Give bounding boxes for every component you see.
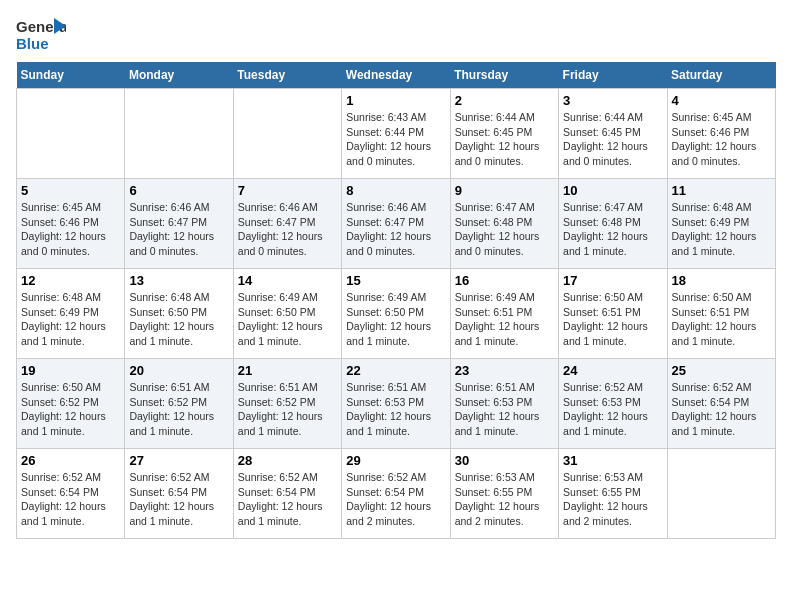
day-info: Sunrise: 6:52 AMSunset: 6:54 PMDaylight:… xyxy=(238,470,337,529)
calendar-cell xyxy=(17,89,125,179)
calendar-cell: 30Sunrise: 6:53 AMSunset: 6:55 PMDayligh… xyxy=(450,449,558,539)
day-info: Sunrise: 6:51 AMSunset: 6:52 PMDaylight:… xyxy=(238,380,337,439)
calendar-cell: 2Sunrise: 6:44 AMSunset: 6:45 PMDaylight… xyxy=(450,89,558,179)
day-info: Sunrise: 6:52 AMSunset: 6:53 PMDaylight:… xyxy=(563,380,662,439)
day-info: Sunrise: 6:50 AMSunset: 6:51 PMDaylight:… xyxy=(672,290,771,349)
day-info: Sunrise: 6:46 AMSunset: 6:47 PMDaylight:… xyxy=(238,200,337,259)
day-number: 13 xyxy=(129,273,228,288)
header-monday: Monday xyxy=(125,62,233,89)
calendar-cell: 7Sunrise: 6:46 AMSunset: 6:47 PMDaylight… xyxy=(233,179,341,269)
calendar-cell: 8Sunrise: 6:46 AMSunset: 6:47 PMDaylight… xyxy=(342,179,450,269)
day-info: Sunrise: 6:49 AMSunset: 6:50 PMDaylight:… xyxy=(238,290,337,349)
calendar-cell: 16Sunrise: 6:49 AMSunset: 6:51 PMDayligh… xyxy=(450,269,558,359)
calendar-cell: 25Sunrise: 6:52 AMSunset: 6:54 PMDayligh… xyxy=(667,359,775,449)
calendar-cell: 24Sunrise: 6:52 AMSunset: 6:53 PMDayligh… xyxy=(559,359,667,449)
calendar-cell: 23Sunrise: 6:51 AMSunset: 6:53 PMDayligh… xyxy=(450,359,558,449)
calendar-cell xyxy=(233,89,341,179)
day-number: 31 xyxy=(563,453,662,468)
calendar-cell xyxy=(125,89,233,179)
day-info: Sunrise: 6:51 AMSunset: 6:53 PMDaylight:… xyxy=(346,380,445,439)
day-info: Sunrise: 6:50 AMSunset: 6:52 PMDaylight:… xyxy=(21,380,120,439)
day-number: 17 xyxy=(563,273,662,288)
day-info: Sunrise: 6:45 AMSunset: 6:46 PMDaylight:… xyxy=(21,200,120,259)
day-info: Sunrise: 6:46 AMSunset: 6:47 PMDaylight:… xyxy=(129,200,228,259)
day-number: 12 xyxy=(21,273,120,288)
day-number: 27 xyxy=(129,453,228,468)
day-number: 10 xyxy=(563,183,662,198)
day-info: Sunrise: 6:47 AMSunset: 6:48 PMDaylight:… xyxy=(563,200,662,259)
day-number: 30 xyxy=(455,453,554,468)
day-number: 7 xyxy=(238,183,337,198)
day-info: Sunrise: 6:44 AMSunset: 6:45 PMDaylight:… xyxy=(455,110,554,169)
calendar-week-4: 19Sunrise: 6:50 AMSunset: 6:52 PMDayligh… xyxy=(17,359,776,449)
calendar-week-2: 5Sunrise: 6:45 AMSunset: 6:46 PMDaylight… xyxy=(17,179,776,269)
header-tuesday: Tuesday xyxy=(233,62,341,89)
day-info: Sunrise: 6:46 AMSunset: 6:47 PMDaylight:… xyxy=(346,200,445,259)
day-number: 16 xyxy=(455,273,554,288)
calendar-cell: 13Sunrise: 6:48 AMSunset: 6:50 PMDayligh… xyxy=(125,269,233,359)
day-number: 26 xyxy=(21,453,120,468)
day-info: Sunrise: 6:48 AMSunset: 6:49 PMDaylight:… xyxy=(672,200,771,259)
calendar-cell: 17Sunrise: 6:50 AMSunset: 6:51 PMDayligh… xyxy=(559,269,667,359)
day-info: Sunrise: 6:50 AMSunset: 6:51 PMDaylight:… xyxy=(563,290,662,349)
calendar-cell: 12Sunrise: 6:48 AMSunset: 6:49 PMDayligh… xyxy=(17,269,125,359)
day-number: 4 xyxy=(672,93,771,108)
days-header-row: SundayMondayTuesdayWednesdayThursdayFrid… xyxy=(17,62,776,89)
day-info: Sunrise: 6:51 AMSunset: 6:53 PMDaylight:… xyxy=(455,380,554,439)
day-info: Sunrise: 6:52 AMSunset: 6:54 PMDaylight:… xyxy=(672,380,771,439)
calendar-cell: 20Sunrise: 6:51 AMSunset: 6:52 PMDayligh… xyxy=(125,359,233,449)
day-number: 23 xyxy=(455,363,554,378)
page-header: GeneralBlue xyxy=(16,16,776,52)
day-number: 29 xyxy=(346,453,445,468)
day-info: Sunrise: 6:43 AMSunset: 6:44 PMDaylight:… xyxy=(346,110,445,169)
day-number: 6 xyxy=(129,183,228,198)
calendar-week-5: 26Sunrise: 6:52 AMSunset: 6:54 PMDayligh… xyxy=(17,449,776,539)
calendar-cell: 21Sunrise: 6:51 AMSunset: 6:52 PMDayligh… xyxy=(233,359,341,449)
calendar-cell: 19Sunrise: 6:50 AMSunset: 6:52 PMDayligh… xyxy=(17,359,125,449)
calendar-cell: 6Sunrise: 6:46 AMSunset: 6:47 PMDaylight… xyxy=(125,179,233,269)
calendar-cell: 29Sunrise: 6:52 AMSunset: 6:54 PMDayligh… xyxy=(342,449,450,539)
calendar-cell: 10Sunrise: 6:47 AMSunset: 6:48 PMDayligh… xyxy=(559,179,667,269)
day-number: 18 xyxy=(672,273,771,288)
calendar-cell: 5Sunrise: 6:45 AMSunset: 6:46 PMDaylight… xyxy=(17,179,125,269)
calendar-cell: 11Sunrise: 6:48 AMSunset: 6:49 PMDayligh… xyxy=(667,179,775,269)
day-number: 11 xyxy=(672,183,771,198)
day-number: 2 xyxy=(455,93,554,108)
day-info: Sunrise: 6:53 AMSunset: 6:55 PMDaylight:… xyxy=(563,470,662,529)
calendar-week-3: 12Sunrise: 6:48 AMSunset: 6:49 PMDayligh… xyxy=(17,269,776,359)
day-number: 19 xyxy=(21,363,120,378)
day-number: 20 xyxy=(129,363,228,378)
header-thursday: Thursday xyxy=(450,62,558,89)
day-info: Sunrise: 6:52 AMSunset: 6:54 PMDaylight:… xyxy=(346,470,445,529)
day-info: Sunrise: 6:48 AMSunset: 6:49 PMDaylight:… xyxy=(21,290,120,349)
calendar-cell: 15Sunrise: 6:49 AMSunset: 6:50 PMDayligh… xyxy=(342,269,450,359)
day-info: Sunrise: 6:48 AMSunset: 6:50 PMDaylight:… xyxy=(129,290,228,349)
day-info: Sunrise: 6:51 AMSunset: 6:52 PMDaylight:… xyxy=(129,380,228,439)
calendar-cell: 31Sunrise: 6:53 AMSunset: 6:55 PMDayligh… xyxy=(559,449,667,539)
logo: GeneralBlue xyxy=(16,16,66,52)
header-friday: Friday xyxy=(559,62,667,89)
calendar-cell: 9Sunrise: 6:47 AMSunset: 6:48 PMDaylight… xyxy=(450,179,558,269)
calendar-cell: 18Sunrise: 6:50 AMSunset: 6:51 PMDayligh… xyxy=(667,269,775,359)
day-number: 14 xyxy=(238,273,337,288)
day-number: 28 xyxy=(238,453,337,468)
calendar-cell: 27Sunrise: 6:52 AMSunset: 6:54 PMDayligh… xyxy=(125,449,233,539)
day-info: Sunrise: 6:53 AMSunset: 6:55 PMDaylight:… xyxy=(455,470,554,529)
calendar-cell: 22Sunrise: 6:51 AMSunset: 6:53 PMDayligh… xyxy=(342,359,450,449)
day-number: 3 xyxy=(563,93,662,108)
day-info: Sunrise: 6:49 AMSunset: 6:50 PMDaylight:… xyxy=(346,290,445,349)
calendar-table: SundayMondayTuesdayWednesdayThursdayFrid… xyxy=(16,62,776,539)
day-number: 21 xyxy=(238,363,337,378)
day-number: 8 xyxy=(346,183,445,198)
calendar-cell: 4Sunrise: 6:45 AMSunset: 6:46 PMDaylight… xyxy=(667,89,775,179)
calendar-cell: 14Sunrise: 6:49 AMSunset: 6:50 PMDayligh… xyxy=(233,269,341,359)
calendar-cell xyxy=(667,449,775,539)
day-number: 9 xyxy=(455,183,554,198)
day-number: 15 xyxy=(346,273,445,288)
day-number: 22 xyxy=(346,363,445,378)
day-info: Sunrise: 6:52 AMSunset: 6:54 PMDaylight:… xyxy=(21,470,120,529)
calendar-cell: 26Sunrise: 6:52 AMSunset: 6:54 PMDayligh… xyxy=(17,449,125,539)
day-number: 1 xyxy=(346,93,445,108)
day-number: 24 xyxy=(563,363,662,378)
day-info: Sunrise: 6:47 AMSunset: 6:48 PMDaylight:… xyxy=(455,200,554,259)
